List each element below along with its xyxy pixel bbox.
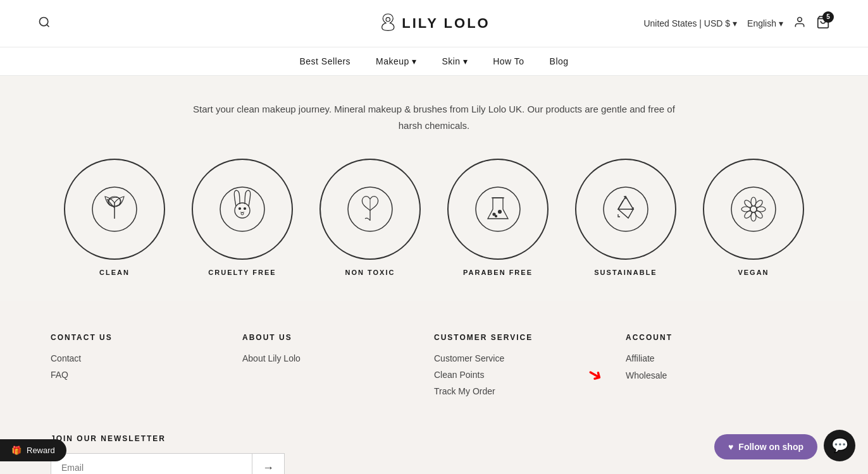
footer-link-contact[interactable]: Contact [51, 353, 242, 363]
account-button[interactable] [793, 16, 806, 32]
svg-point-17 [493, 213, 495, 216]
language-text: English [747, 18, 776, 28]
svg-point-2 [386, 18, 390, 21]
main-nav: Best Sellers Makeup ▾ Skin ▾ How To Blog [0, 47, 868, 76]
svg-point-8 [220, 187, 264, 231]
svg-point-28 [754, 210, 764, 220]
badge-cruelty-free-label: CRUELTY FREE [208, 269, 276, 276]
badge-clean: CLEAN [64, 159, 165, 276]
footer-columns: CONTACT US Contact FAQ ABOUT US About Li… [51, 333, 817, 403]
nav-item-makeup[interactable]: Makeup ▾ [376, 56, 416, 66]
skin-chevron-icon: ▾ [463, 56, 468, 66]
cart-button[interactable]: 5 [816, 15, 830, 32]
badge-clean-label: CLEAN [99, 269, 130, 276]
svg-point-30 [743, 210, 753, 220]
language-selector[interactable]: English ▾ [747, 18, 783, 28]
nav-item-how-to[interactable]: How To [493, 56, 524, 66]
svg-point-18 [499, 210, 502, 214]
footer-link-wholesale[interactable]: Wholesale [626, 370, 667, 380]
badges-row: CLEAN CRUELTY FREE [38, 159, 830, 276]
svg-point-27 [743, 199, 753, 209]
badge-paraben-free-label: PARABEN FREE [463, 269, 533, 276]
footer-link-affiliate[interactable]: Affiliate [626, 353, 817, 363]
footer-customer-service-title: CUSTOMER SERVICE [434, 333, 626, 342]
nav-item-best-sellers[interactable]: Best Sellers [299, 56, 350, 66]
badge-non-toxic-label: NON TOXIC [345, 269, 395, 276]
logo-icon [378, 11, 398, 35]
social-section: ♥ Follow on shop [688, 434, 817, 474]
footer-link-about-lily-lolo[interactable]: About Lily Lolo [242, 353, 434, 363]
subscribe-arrow-icon: → [263, 461, 274, 474]
svg-point-21 [731, 187, 776, 231]
reward-label: Reward [27, 446, 55, 455]
makeup-chevron-icon: ▾ [412, 56, 417, 66]
lang-chevron-icon: ▾ [779, 18, 783, 28]
newsletter-section: JOIN OUR NEWSLETTER → [51, 434, 316, 474]
chat-button[interactable]: 💬 [824, 430, 855, 461]
footer-contact-title: CONTACT US [51, 333, 242, 342]
newsletter-form: → [51, 453, 285, 474]
svg-point-15 [476, 187, 520, 231]
search-button[interactable] [38, 16, 51, 32]
footer-col-account: ACCOUNT Affiliate Wholesale ➜ [626, 333, 817, 403]
footer-account-title: ACCOUNT [626, 333, 817, 342]
badge-non-toxic-circle [319, 159, 421, 260]
locale-text: United States | USD $ [643, 18, 730, 28]
footer-about-title: ABOUT US [242, 333, 434, 342]
header-right: United States | USD $ ▾ English ▾ 5 [643, 15, 830, 32]
footer-link-clean-points[interactable]: Clean Points [434, 370, 626, 380]
badge-vegan-label: VEGAN [738, 269, 769, 276]
svg-point-3 [798, 17, 802, 21]
svg-point-10 [239, 208, 241, 210]
svg-point-11 [244, 208, 246, 210]
badge-vegan-circle [703, 159, 804, 260]
hero-description: Start your clean makeup journey. Mineral… [187, 101, 681, 133]
footer-bottom: JOIN OUR NEWSLETTER → ♥ Follow on shop [51, 434, 817, 474]
logo[interactable]: LILY LOLO [378, 11, 490, 35]
svg-point-19 [495, 216, 497, 217]
footer-col-contact: CONTACT US Contact FAQ [51, 333, 242, 403]
reward-icon: 🎁 [11, 446, 22, 455]
badge-non-toxic: NON TOXIC [319, 159, 421, 276]
footer-link-customer-service[interactable]: Customer Service [434, 353, 626, 363]
badge-clean-circle [64, 159, 165, 260]
badge-sustainable-label: SUSTAINABLE [594, 269, 657, 276]
follow-btn-label: Follow on shop [738, 442, 803, 452]
header-left [38, 16, 51, 32]
heart-icon: ♥ [728, 442, 733, 452]
svg-point-9 [235, 203, 250, 218]
subscribe-button[interactable]: → [252, 454, 284, 474]
footer-link-faq[interactable]: FAQ [51, 370, 242, 380]
svg-point-29 [754, 199, 764, 209]
follow-on-shop-button[interactable]: ♥ Follow on shop [714, 434, 817, 459]
svg-point-0 [40, 17, 48, 25]
badge-sustainable-circle [575, 159, 676, 260]
svg-line-1 [47, 24, 49, 27]
nav-item-blog[interactable]: Blog [550, 56, 569, 66]
footer-col-customer-service: CUSTOMER SERVICE Customer Service Clean … [434, 333, 626, 403]
reward-button[interactable]: 🎁 Reward [0, 439, 66, 461]
footer: CONTACT US Contact FAQ ABOUT US About Li… [0, 301, 868, 474]
footer-col-about: ABOUT US About Lily Lolo [242, 333, 434, 403]
newsletter-title: JOIN OUR NEWSLETTER [51, 434, 316, 443]
logo-text: LILY LOLO [402, 15, 490, 32]
header: LILY LOLO United States | USD $ ▾ Englis… [0, 0, 868, 47]
badge-vegan: VEGAN [703, 159, 804, 276]
hero-section: Start your clean makeup journey. Mineral… [0, 76, 868, 301]
email-input[interactable] [51, 454, 252, 474]
locale-chevron-icon: ▾ [733, 18, 737, 28]
badge-paraben-free: PARABEN FREE [447, 159, 549, 276]
locale-selector[interactable]: United States | USD $ ▾ [643, 18, 737, 28]
badge-cruelty-free: CRUELTY FREE [192, 159, 293, 276]
cart-badge: 5 [822, 11, 834, 23]
chat-icon: 💬 [831, 437, 848, 454]
badge-cruelty-free-circle [192, 159, 293, 260]
footer-link-track-my-order[interactable]: Track My Order [434, 386, 626, 396]
badge-paraben-free-circle [447, 159, 549, 260]
nav-item-skin[interactable]: Skin ▾ [442, 56, 468, 66]
badge-sustainable: SUSTAINABLE [575, 159, 676, 276]
